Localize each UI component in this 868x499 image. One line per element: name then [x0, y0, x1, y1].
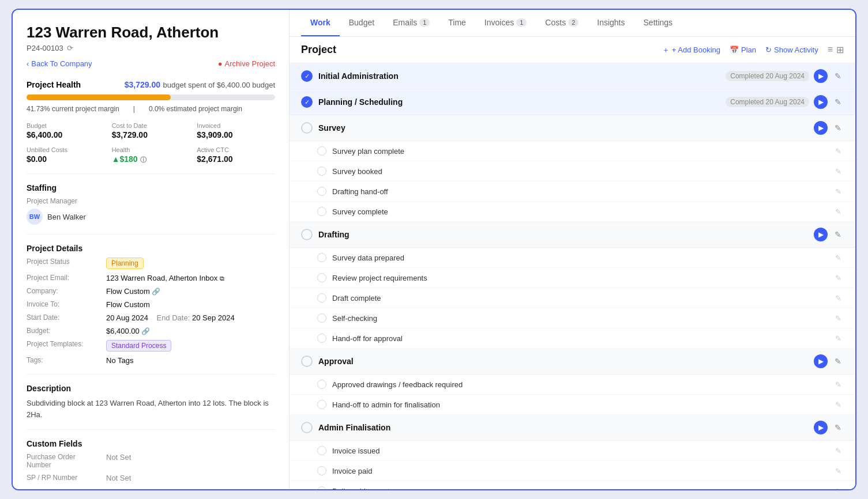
- phase-planning-scheduling[interactable]: ✓ Planning / Scheduling Completed 20 Aug…: [290, 89, 855, 115]
- phase-circle-admin-finalisation: [301, 422, 313, 433]
- health-help-icon[interactable]: ⓘ: [140, 156, 146, 163]
- tab-settings[interactable]: Settings: [634, 10, 682, 36]
- task-survey-data-prepared[interactable]: Survey data prepared ✎: [290, 248, 855, 268]
- budget-link[interactable]: $6,400.00 🔗: [106, 327, 150, 335]
- detail-status: Project Status Planning: [27, 258, 275, 269]
- tasks-list: ✓ Initial Administration Completed 20 Au…: [290, 63, 855, 489]
- project-title: 123 Warren Road, Atherton: [27, 24, 275, 41]
- phase-drafting[interactable]: Drafting ▶ ✎: [290, 222, 855, 248]
- phase-edit-approval[interactable]: ✎: [832, 357, 844, 366]
- project-email-link[interactable]: 123 Warren Road, Atherton Inbox ⧉: [106, 274, 224, 282]
- phase-edit-drafting[interactable]: ✎: [832, 230, 844, 239]
- task-invoice-paid[interactable]: Invoice paid ✎: [290, 461, 855, 481]
- stat-active-ctc: Active CTC $2,671.00: [197, 146, 275, 164]
- separator: |: [133, 105, 135, 113]
- task-draft-complete[interactable]: Draft complete ✎: [290, 288, 855, 308]
- tab-budget[interactable]: Budget: [340, 10, 384, 36]
- phase-name-planning: Planning / Scheduling: [318, 97, 726, 107]
- task-handoff-admin-finalisation[interactable]: Hand-off to admin for finalisation ✎: [290, 395, 855, 415]
- phase-name-drafting: Drafting: [318, 230, 814, 239]
- custom-fields-header: Custom Fields: [27, 439, 275, 448]
- back-to-company-link[interactable]: ‹ Back To Company: [27, 59, 92, 68]
- calendar-icon: 📅: [730, 46, 739, 54]
- tab-costs[interactable]: Costs 2: [536, 10, 588, 36]
- phase-name-approval: Approval: [318, 357, 814, 366]
- phase-edit-survey[interactable]: ✎: [832, 123, 844, 133]
- template-badge[interactable]: Standard Process: [106, 340, 171, 351]
- task-deliverables-sent[interactable]: Deliverables sent ✎: [290, 481, 855, 489]
- detail-invoice-to: Invoice To: Flow Custom: [27, 300, 275, 309]
- plan-button[interactable]: 📅 Plan: [730, 46, 756, 54]
- phase-initial-administration[interactable]: ✓ Initial Administration Completed 20 Au…: [290, 63, 855, 89]
- tab-time[interactable]: Time: [439, 10, 475, 36]
- view-options[interactable]: ≡ ⊞: [828, 44, 844, 55]
- project-details-section: Project Details Project Status Planning …: [27, 244, 275, 365]
- detail-company: Company: Flow Custom 🔗: [27, 287, 275, 296]
- show-activity-button[interactable]: ↻ Show Activity: [765, 46, 818, 54]
- phase-circle-drafting: [301, 229, 313, 240]
- phase-right-planning: Completed 20 Aug 2024 ▶ ✎: [726, 95, 844, 109]
- task-handoff-for-approval[interactable]: Hand-off for approval ✎: [290, 328, 855, 349]
- task-drafting-handoff[interactable]: Drafting hand-off ✎: [290, 182, 855, 202]
- archive-project-button[interactable]: ● Archive Project: [218, 59, 275, 68]
- project-details-header: Project Details: [27, 244, 275, 253]
- tab-insights[interactable]: Insights: [588, 10, 634, 36]
- phase-name-initial-admin: Initial Administration: [318, 71, 726, 81]
- project-manager-label: Project Manager: [27, 197, 275, 205]
- custom-sp-rp-number: SP / RP Number Not Set: [27, 474, 275, 482]
- task-invoice-issued[interactable]: Invoice issued ✎: [290, 441, 855, 461]
- stat-unbilled-costs: Unbilled Costs $0.00: [27, 146, 105, 164]
- task-edit-survey-booked[interactable]: ✎: [833, 167, 844, 176]
- phase-name-survey: Survey: [318, 123, 814, 133]
- tab-invoices[interactable]: Invoices 1: [475, 10, 536, 36]
- phase-name-admin-finalisation: Admin Finalisation: [318, 423, 814, 432]
- task-check-survey-plan: [317, 146, 326, 156]
- task-survey-complete[interactable]: Survey complete ✎: [290, 202, 855, 222]
- panel-header: Project ＋ + Add Booking 📅 Plan ↻ Show Ac…: [290, 37, 855, 63]
- phase-edit-admin-finalisation[interactable]: ✎: [832, 423, 844, 432]
- progress-bar-track: [27, 94, 275, 100]
- task-survey-plan-complete[interactable]: Survey plan complete ✎: [290, 141, 855, 161]
- stat-budget: Budget $6,400.00: [27, 122, 105, 139]
- phase-edit-initial-admin[interactable]: ✎: [832, 71, 844, 81]
- estimated-margin: 0.0% estimated project margin: [149, 105, 242, 113]
- detail-budget: Budget: $6,400.00 🔗: [27, 327, 275, 335]
- detail-email: Project Email: 123 Warren Road, Atherton…: [27, 274, 275, 282]
- task-edit-drafting-handoff[interactable]: ✎: [833, 187, 844, 196]
- phase-action-approval[interactable]: ▶: [814, 354, 828, 368]
- task-survey-booked[interactable]: Survey booked ✎: [290, 161, 855, 182]
- company-link-icon[interactable]: 🔗: [152, 288, 160, 296]
- detail-tags: Tags: No Tags: [27, 356, 275, 365]
- phase-action-survey[interactable]: ▶: [814, 121, 828, 135]
- phase-action-initial-admin[interactable]: ▶: [814, 69, 828, 83]
- phase-approval[interactable]: Approval ▶ ✎: [290, 349, 855, 375]
- phase-edit-planning[interactable]: ✎: [832, 97, 844, 107]
- phase-action-planning[interactable]: ▶: [814, 95, 828, 109]
- list-icon: ≡: [828, 44, 833, 55]
- task-edit-survey-plan[interactable]: ✎: [833, 147, 844, 156]
- task-approved-drawings[interactable]: Approved drawings / feedback required ✎: [290, 375, 855, 395]
- left-panel: 123 Warren Road, Atherton P24-00103 ⟳ ‹ …: [13, 10, 290, 489]
- staffing-header: Staffing: [27, 183, 275, 192]
- stat-cost-to-date: Cost to Date $3,729.00: [112, 122, 190, 139]
- header-actions: ＋ + Add Booking 📅 Plan ↻ Show Activity ≡…: [662, 44, 844, 55]
- custom-po-number: Purchase Order Number Not Set: [27, 453, 275, 469]
- task-review-project-requirements[interactable]: Review project requirements ✎: [290, 268, 855, 288]
- stat-health: Health ▲$180 ⓘ: [112, 146, 190, 164]
- circle-icon: ●: [218, 59, 223, 68]
- task-check-survey-booked: [317, 167, 326, 176]
- tab-emails[interactable]: Emails 1: [384, 10, 439, 36]
- phase-action-drafting[interactable]: ▶: [814, 228, 828, 241]
- tab-work[interactable]: Work: [301, 10, 340, 36]
- add-booking-button[interactable]: ＋ + Add Booking: [662, 45, 720, 55]
- task-name-drafting-handoff: Drafting hand-off: [332, 187, 833, 196]
- task-edit-survey-complete[interactable]: ✎: [833, 207, 844, 216]
- detail-templates: Project Templates: Standard Process: [27, 340, 275, 351]
- task-self-checking[interactable]: Self-checking ✎: [290, 308, 855, 328]
- task-name-survey-complete: Survey complete: [332, 207, 833, 216]
- phase-admin-finalisation[interactable]: Admin Finalisation ▶ ✎: [290, 415, 855, 441]
- right-panel: Work Budget Emails 1 Time Invoices 1 Cos: [290, 10, 855, 489]
- phase-survey[interactable]: Survey ▶ ✎: [290, 115, 855, 141]
- phase-action-admin-finalisation[interactable]: ▶: [814, 421, 828, 434]
- panel-title: Project: [301, 44, 336, 56]
